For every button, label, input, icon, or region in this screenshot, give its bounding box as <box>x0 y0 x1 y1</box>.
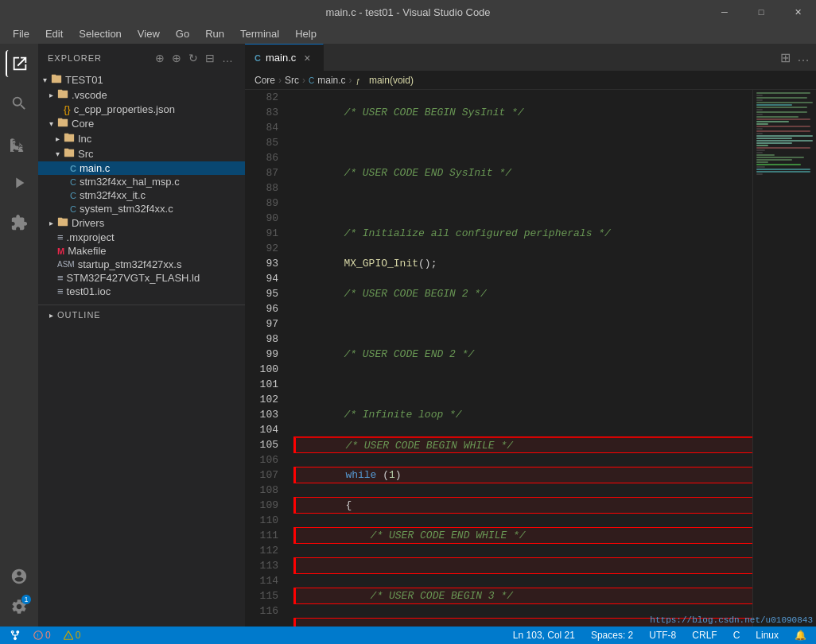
activity-bar: 1 <box>0 44 38 627</box>
tree-item-startup[interactable]: ▸ ASM startup_stm32f427xx.s <box>38 258 245 271</box>
breadcrumb: Core › Src › Cmain.c › ƒ main(void) <box>245 72 816 90</box>
menu-go[interactable]: Go <box>169 26 196 41</box>
menu-help[interactable]: Help <box>289 26 323 41</box>
tree-item-makefile[interactable]: ▸ M Makefile <box>38 244 245 258</box>
menu-terminal[interactable]: Terminal <box>234 26 286 41</box>
explorer-label: Explorer <box>48 53 102 63</box>
code-editor[interactable]: 8283848586 8788899091 92 93 94 95 96 97 … <box>245 90 816 627</box>
outline-label: OUTLINE <box>57 310 101 320</box>
menu-selection[interactable]: Selection <box>72 26 127 41</box>
tree-item-halc[interactable]: ▸ C stm32f4xx_hal_msp.c <box>38 175 245 188</box>
close-button[interactable]: ✕ <box>779 0 816 24</box>
tree-label-makefile: Makefile <box>68 245 106 257</box>
search-icon[interactable] <box>6 90 33 117</box>
tab-mainc[interactable]: C main.c × <box>245 44 324 71</box>
breadcrumb-func[interactable]: ƒ main(void) <box>356 75 414 86</box>
svg-text:ƒ: ƒ <box>356 77 359 85</box>
tree-label-src: Src <box>78 148 94 160</box>
new-folder-button[interactable]: ⊕ <box>170 50 184 66</box>
tree-item-inc[interactable]: ▸ Inc <box>38 131 245 146</box>
watermark: https://blog.csdn.net/u01090843 <box>650 615 813 625</box>
sidebar-header: Explorer ⊕ ⊕ ↻ ⊟ … <box>38 44 245 72</box>
os-info[interactable]: Linux <box>752 630 782 641</box>
menu-view[interactable]: View <box>131 26 166 41</box>
tree-item-mxproj[interactable]: ▸ ≡ .mxproject <box>38 231 245 244</box>
tab-close-mainc[interactable]: × <box>301 52 313 64</box>
outline-header[interactable]: ▸ OUTLINE <box>38 305 245 324</box>
window-title: main.c - test01 - Visual Studio Code <box>325 6 490 18</box>
more-tabs-button[interactable]: … <box>797 50 810 64</box>
branch-icon[interactable] <box>6 630 24 641</box>
menu-bar: File Edit Selection View Go Run Terminal… <box>0 24 816 44</box>
tree-label-sysc: system_stm32f4xx.c <box>80 203 173 215</box>
language-mode[interactable]: C <box>730 630 744 641</box>
collapse-all-button[interactable]: ⊟ <box>204 50 217 66</box>
warning-count[interactable]: ! 0 <box>60 630 84 641</box>
extensions-icon[interactable] <box>6 209 33 236</box>
tree-label-cppcfg: c_cpp_properties.json <box>74 103 175 115</box>
code-content[interactable]: /* USER CODE BEGIN SysInit */ /* USER CO… <box>285 90 752 627</box>
sidebar-actions: ⊕ ⊕ ↻ ⊟ … <box>153 50 235 66</box>
status-right: Ln 103, Col 21 Spaces: 2 UTF-8 CRLF C Li… <box>510 630 810 641</box>
main-layout: 1 Explorer ⊕ ⊕ ↻ ⊟ … ▾ TEST01 <box>0 44 816 627</box>
menu-run[interactable]: Run <box>199 26 231 41</box>
tree-label-vscode: .vscode <box>72 89 107 101</box>
tree-item-ld[interactable]: ▸ ≡ STM32F427VGTx_FLASH.ld <box>38 271 245 285</box>
tree-root-label: TEST01 <box>65 74 103 86</box>
indentation[interactable]: Spaces: 2 <box>588 630 636 641</box>
editor-area: C main.c × ⊞ … Core › Src › Cmain.c › ƒ … <box>245 44 816 627</box>
tree-item-drivers[interactable]: ▸ Drivers <box>38 215 245 231</box>
tree-label-halc: stm32f4xx_hal_msp.c <box>80 176 180 188</box>
cursor-position[interactable]: Ln 103, Col 21 <box>510 630 578 641</box>
tree-item-itc[interactable]: ▸ C stm32f4xx_it.c <box>38 188 245 202</box>
breadcrumb-src[interactable]: Src <box>285 75 299 86</box>
svg-text:!: ! <box>37 632 38 639</box>
breadcrumb-file[interactable]: Cmain.c <box>309 75 346 86</box>
line-ending[interactable]: CRLF <box>689 630 720 641</box>
tree-item-core[interactable]: ▾ Core <box>38 116 245 131</box>
split-editor-button[interactable]: ⊞ <box>780 50 791 65</box>
run-debug-icon[interactable] <box>6 169 33 196</box>
tree-item-sysc[interactable]: ▸ C system_stm32f4xx.c <box>38 202 245 215</box>
minimize-button[interactable]: ─ <box>706 0 743 24</box>
tree-label-startup: startup_stm32f427xx.s <box>78 258 182 270</box>
menu-file[interactable]: File <box>6 26 36 41</box>
title-bar: main.c - test01 - Visual Studio Code ─ □… <box>0 0 816 24</box>
notifications[interactable]: 🔔 <box>791 630 810 641</box>
tree-item-vscode[interactable]: ▸ .vscode <box>38 87 245 103</box>
refresh-button[interactable]: ↻ <box>187 50 200 66</box>
tree-label-mxproj: .mxproject <box>67 231 115 243</box>
settings-icon[interactable]: 1 <box>6 593 33 620</box>
line-numbers: 8283848586 8788899091 92 93 94 95 96 97 … <box>245 90 285 627</box>
tree-root[interactable]: ▾ TEST01 <box>38 72 245 87</box>
explorer-icon[interactable] <box>6 50 33 77</box>
tree-label-mainc: main.c <box>80 162 110 174</box>
tree-item-ioc[interactable]: ▸ ≡ test01.ioc <box>38 285 245 298</box>
tree-item-cppcfg[interactable]: ▸ {} c_cpp_properties.json <box>38 103 245 116</box>
breadcrumb-core[interactable]: Core <box>255 75 275 86</box>
tree-label-ioc: test01.ioc <box>67 285 111 297</box>
tree-label-ld: STM32F427VGTx_FLASH.ld <box>67 272 200 284</box>
tree-label-drivers: Drivers <box>72 217 104 229</box>
tree-label-core: Core <box>72 118 94 130</box>
minimap <box>752 90 816 627</box>
tree-label-itc: stm32f4xx_it.c <box>80 189 146 201</box>
encoding[interactable]: UTF-8 <box>646 630 679 641</box>
tree-item-src[interactable]: ▾ Src <box>38 146 245 161</box>
account-icon[interactable] <box>6 563 33 590</box>
tab-mainc-label: main.c <box>266 52 296 64</box>
maximize-button[interactable]: □ <box>743 0 779 24</box>
file-tree: ▾ TEST01 ▸ .vscode ▸ {} c <box>38 72 245 627</box>
new-file-button[interactable]: ⊕ <box>153 50 167 66</box>
svg-text:!: ! <box>68 634 69 639</box>
source-control-icon[interactable] <box>6 130 33 157</box>
tree-label-inc: Inc <box>78 133 91 145</box>
tab-bar: C main.c × ⊞ … <box>245 44 816 72</box>
menu-edit[interactable]: Edit <box>39 26 69 41</box>
sidebar: Explorer ⊕ ⊕ ↻ ⊟ … ▾ TEST01 ▸ <box>38 44 245 627</box>
status-bar: ! 0 ! 0 Ln 103, Col 21 Spaces: 2 UTF-8 C… <box>0 627 816 644</box>
window-controls: ─ □ ✕ <box>706 0 816 24</box>
more-actions-button[interactable]: … <box>220 50 235 66</box>
error-count[interactable]: ! 0 <box>30 630 54 641</box>
tree-item-mainc[interactable]: ▸ C main.c <box>38 161 245 175</box>
